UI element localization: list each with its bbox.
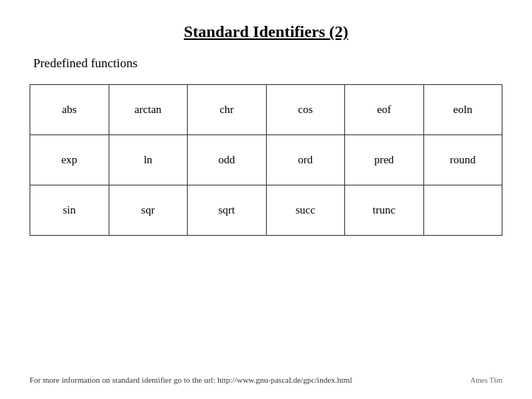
table-cell: succ — [266, 185, 345, 236]
table-cell: abs — [30, 85, 109, 135]
table-cell: chr — [188, 85, 267, 135]
table-row: absarctanchrcoseofeoln — [30, 85, 502, 135]
table-cell: sqrt — [188, 185, 267, 236]
footer-logo: Atnes Tšm — [471, 376, 502, 384]
identifiers-table: absarctanchrcoseofeolnexplnoddordpredrou… — [30, 84, 502, 236]
page: Standard Identifiers (2) Predefined func… — [0, 0, 532, 399]
table-cell: odd — [188, 135, 267, 185]
table-cell: arctan — [109, 85, 188, 135]
table-cell: exp — [30, 135, 109, 185]
table-cell: eoln — [423, 85, 502, 135]
table-row: sinsqrsqrtsucctrunc — [30, 185, 502, 236]
section-subtitle: Predefined functions — [33, 56, 502, 71]
page-title: Standard Identifiers (2) — [30, 22, 502, 41]
footer-info: For more information on standard identif… — [30, 375, 352, 384]
table-row: explnoddordpredround — [30, 135, 502, 185]
table-cell: cos — [266, 85, 345, 135]
table-cell: sin — [30, 185, 109, 236]
table-cell: sqr — [109, 185, 188, 236]
table-cell: pred — [345, 135, 424, 185]
table-cell: round — [423, 135, 502, 185]
table-cell: ln — [109, 135, 188, 185]
table-cell: eof — [345, 85, 424, 135]
table-cell: ord — [266, 135, 345, 185]
footer: For more information on standard identif… — [30, 375, 502, 384]
table-cell: trunc — [345, 185, 424, 236]
table-cell — [423, 185, 502, 236]
